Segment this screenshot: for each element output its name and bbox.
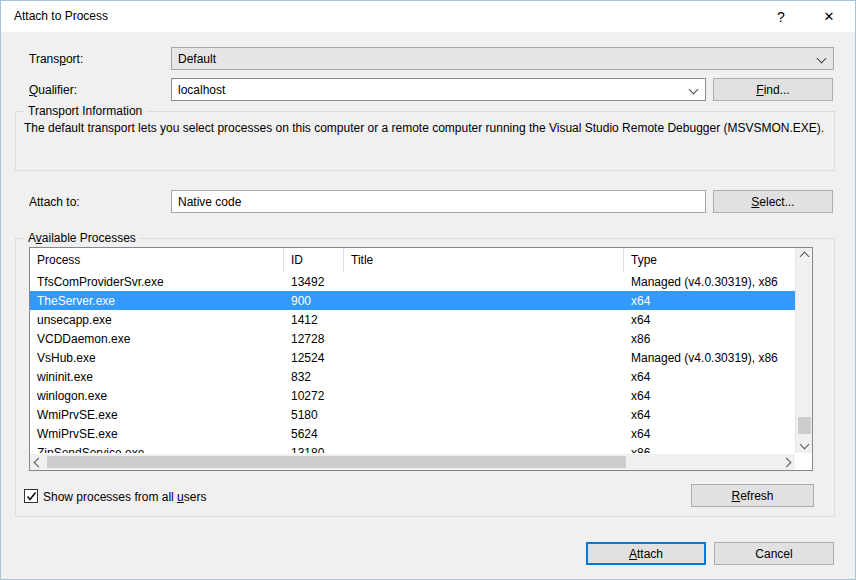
titlebar: Attach to Process ? ✕ — [1, 1, 855, 32]
select-button[interactable]: Select... — [713, 190, 833, 213]
cell-process: WmiPrvSE.exe — [30, 405, 284, 424]
process-row[interactable]: winlogon.exe10272x64 — [30, 386, 795, 405]
qualifier-value: localhost — [178, 83, 225, 97]
transport-combobox[interactable]: Default — [171, 47, 834, 70]
qualifier-label: Qualifier: — [29, 83, 77, 97]
horizontal-scrollbar[interactable] — [30, 454, 795, 470]
header-id[interactable]: ID — [284, 248, 344, 272]
transport-info-text: The default transport lets you select pr… — [24, 120, 830, 136]
cell-title — [344, 329, 624, 348]
scroll-down-button[interactable] — [796, 436, 813, 453]
cell-id: 900 — [284, 291, 344, 310]
process-row[interactable]: TfsComProviderSvr.exe13492Managed (v4.0.… — [30, 272, 795, 291]
vertical-scrollbar[interactable] — [795, 248, 812, 453]
cell-title — [344, 348, 624, 367]
cancel-button[interactable]: Cancel — [714, 542, 834, 565]
cell-id: 12524 — [284, 348, 344, 367]
process-row[interactable]: unsecapp.exe1412x64 — [30, 310, 795, 329]
close-button[interactable]: ✕ — [809, 1, 849, 32]
process-table: Process ID Title Type TfsComProviderSvr.… — [29, 247, 813, 471]
process-row[interactable]: wininit.exe832x64 — [30, 367, 795, 386]
transport-value: Default — [178, 52, 216, 66]
attach-to-process-dialog: Attach to Process ? ✕ Transport: Default… — [0, 0, 856, 580]
cell-id: 1412 — [284, 310, 344, 329]
close-icon: ✕ — [824, 9, 835, 24]
show-all-users-checkbox[interactable] — [24, 489, 38, 503]
cell-id: 12728 — [284, 329, 344, 348]
process-row[interactable]: WmiPrvSE.exe5180x64 — [30, 405, 795, 424]
cell-title — [344, 443, 624, 453]
chevron-down-icon — [689, 85, 699, 95]
cell-process: TfsComProviderSvr.exe — [30, 272, 284, 291]
cell-id: 13180 — [284, 443, 344, 453]
cell-process: unsecapp.exe — [30, 310, 284, 329]
cell-title — [344, 367, 624, 386]
available-processes-label: Available Processes — [24, 231, 140, 245]
cell-title — [344, 424, 624, 443]
process-row[interactable]: ZipSendService.exe13180x86 — [30, 443, 795, 453]
attach-to-value: Native code — [178, 195, 241, 209]
chevron-up-icon — [800, 252, 810, 262]
process-row[interactable]: TheServer.exe900x64 — [30, 291, 795, 310]
header-title[interactable]: Title — [344, 248, 624, 272]
cell-process: wininit.exe — [30, 367, 284, 386]
cell-title — [344, 310, 624, 329]
process-row[interactable]: VsHub.exe12524Managed (v4.0.30319), x86 — [30, 348, 795, 367]
cell-type: Managed (v4.0.30319), x86 — [624, 348, 794, 367]
cell-id: 5180 — [284, 405, 344, 424]
transport-label: Transport: — [29, 52, 83, 66]
process-list: TfsComProviderSvr.exe13492Managed (v4.0.… — [30, 272, 795, 453]
scroll-right-button[interactable] — [778, 454, 795, 470]
scroll-left-button[interactable] — [30, 454, 47, 470]
cell-type: x64 — [624, 386, 794, 405]
window-title: Attach to Process — [14, 9, 108, 23]
process-row[interactable]: VCDDaemon.exe12728x86 — [30, 329, 795, 348]
checkmark-icon — [26, 491, 37, 502]
find-button[interactable]: Find... — [713, 78, 833, 101]
cell-process: VCDDaemon.exe — [30, 329, 284, 348]
attach-to-field[interactable]: Native code — [171, 190, 706, 213]
cell-process: TheServer.exe — [30, 291, 284, 310]
cell-type: x64 — [624, 291, 794, 310]
header-type[interactable]: Type — [624, 248, 794, 272]
cell-process: VsHub.exe — [30, 348, 284, 367]
cell-process: WmiPrvSE.exe — [30, 424, 284, 443]
cell-id: 832 — [284, 367, 344, 386]
process-row[interactable]: WmiPrvSE.exe5624x64 — [30, 424, 795, 443]
transport-info-group: Transport Information The default transp… — [15, 111, 835, 171]
cell-type: x86 — [624, 329, 794, 348]
scroll-up-button[interactable] — [796, 248, 813, 265]
attach-to-label: Attach to: — [29, 195, 80, 209]
cell-type: x64 — [624, 367, 794, 386]
cell-type: Managed (v4.0.30319), x86 — [624, 272, 794, 291]
horizontal-scrollbar-thumb[interactable] — [47, 456, 626, 468]
table-header: Process ID Title Type — [30, 248, 812, 272]
attach-button[interactable]: Attach — [586, 542, 706, 565]
refresh-button[interactable]: Refresh — [691, 484, 814, 507]
cell-title — [344, 291, 624, 310]
show-all-users-label: Show processes from all users — [43, 490, 206, 504]
cell-title — [344, 386, 624, 405]
header-process[interactable]: Process — [30, 248, 284, 272]
help-icon: ? — [777, 9, 785, 25]
qualifier-combobox[interactable]: localhost — [171, 78, 706, 101]
transport-info-title: Transport Information — [24, 104, 146, 118]
cell-title — [344, 405, 624, 424]
chevron-left-icon — [34, 457, 44, 467]
cell-id: 13492 — [284, 272, 344, 291]
help-button[interactable]: ? — [761, 1, 801, 32]
cell-process: ZipSendService.exe — [30, 443, 284, 453]
cell-type: x64 — [624, 310, 794, 329]
chevron-down-icon — [800, 440, 810, 450]
cell-id: 10272 — [284, 386, 344, 405]
cell-type: x64 — [624, 424, 794, 443]
cell-type: x86 — [624, 443, 794, 453]
cell-process: winlogon.exe — [30, 386, 284, 405]
chevron-right-icon — [782, 457, 792, 467]
vertical-scrollbar-thumb[interactable] — [798, 417, 811, 434]
cell-id: 5624 — [284, 424, 344, 443]
cell-type: x64 — [624, 405, 794, 424]
cell-title — [344, 272, 624, 291]
chevron-down-icon — [817, 54, 827, 64]
